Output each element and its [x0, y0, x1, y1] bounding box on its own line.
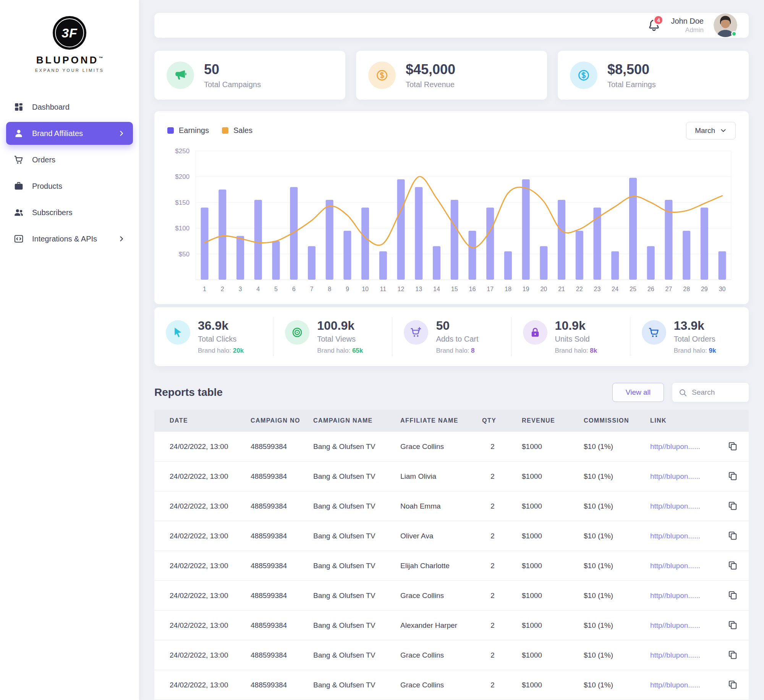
report-link[interactable]: http//blupon......	[650, 621, 700, 630]
svg-text:$150: $150	[175, 199, 189, 206]
search-box[interactable]	[672, 383, 749, 402]
month-select[interactable]: March	[686, 122, 736, 139]
notifications-button[interactable]: 4	[647, 18, 661, 32]
copy-icon	[728, 561, 738, 570]
copy-link-button[interactable]	[727, 471, 738, 482]
sidebar-item-integrations-apis[interactable]: Integrations & APIs	[6, 227, 133, 250]
legend-swatch	[222, 127, 228, 134]
svg-text:22: 22	[576, 285, 583, 292]
search-input[interactable]	[692, 388, 743, 397]
metric-label: Total Orders	[674, 335, 716, 344]
month-select-value: March	[695, 126, 715, 135]
metric-brand-halo: Brand halo: 65k	[317, 347, 363, 355]
brand-monogram: 3F	[62, 26, 78, 41]
cell-campaign-no: 488599384	[251, 562, 313, 570]
copy-icon	[728, 441, 738, 451]
stats-row: 50Total Campaigns$45,000Total Revenue$8,…	[154, 51, 749, 100]
cell-affiliate-name: Grace Collins	[400, 681, 482, 689]
user-name: John Doe	[671, 16, 704, 26]
cell-commission: $10 (1%)	[584, 591, 650, 600]
svg-text:24: 24	[612, 285, 618, 292]
brand-tagline: EXPAND YOUR LIMITS	[0, 68, 139, 73]
cell-commission: $10 (1%)	[584, 621, 650, 630]
cell-link: http//blupon......	[650, 590, 749, 601]
svg-text:$200: $200	[175, 173, 189, 180]
cell-revenue: $1000	[522, 591, 584, 600]
svg-text:4: 4	[256, 285, 260, 292]
svg-text:16: 16	[469, 285, 476, 292]
cell-campaign-name: Bang & Olufsen TV	[313, 591, 400, 600]
cell-commission: $10 (1%)	[584, 442, 650, 451]
sidebar-item-orders[interactable]: Orders	[6, 148, 133, 171]
online-status-dot	[731, 31, 737, 37]
cell-revenue: $1000	[522, 532, 584, 540]
cell-affiliate-name: Oliver Ava	[400, 532, 482, 540]
report-link[interactable]: http//blupon......	[650, 681, 700, 689]
cell-commission: $10 (1%)	[584, 532, 650, 540]
table-row: 24/02/2022, 13:00488599384Bang & Olufsen…	[154, 581, 749, 611]
reports-header: Reports table View all	[154, 383, 749, 402]
cell-campaign-no: 488599384	[251, 502, 313, 510]
sidebar-item-brand-affiliates[interactable]: Brand Affiliates	[6, 122, 133, 145]
svg-text:23: 23	[594, 285, 601, 292]
copy-link-button[interactable]	[727, 590, 738, 601]
earnings-sales-chart: $50$100$150$200$250123456789101112131415…	[167, 145, 736, 297]
cell-qty: 2	[482, 562, 522, 570]
metric-brand-halo: Brand halo: 9k	[674, 347, 716, 355]
copy-link-button[interactable]	[727, 680, 738, 690]
report-link[interactable]: http//blupon......	[650, 562, 700, 570]
report-link[interactable]: http//blupon......	[650, 532, 700, 540]
stat-value: $45,000	[406, 62, 455, 78]
chevron-right-icon	[118, 235, 125, 243]
svg-text:6: 6	[292, 285, 296, 292]
views-icon	[285, 320, 309, 345]
metric-brand-halo: Brand halo: 8k	[555, 347, 597, 355]
avatar[interactable]	[714, 13, 737, 37]
metric-value: 100.9k	[317, 319, 363, 333]
table-row: 24/02/2022, 13:00488599384Bang & Olufsen…	[154, 670, 749, 700]
legend-label: Earnings	[179, 126, 209, 135]
report-link[interactable]: http//blupon......	[650, 591, 700, 600]
metric-label: Total Views	[317, 335, 363, 344]
sidebar-item-subscribers[interactable]: Subscribers	[6, 201, 133, 224]
cell-campaign-name: Bang & Olufsen TV	[313, 562, 400, 570]
view-all-button[interactable]: View all	[612, 383, 664, 402]
metric-units-sold: 10.9kUnits SoldBrand halo: 8k	[511, 317, 630, 356]
cursor-icon	[166, 320, 190, 345]
copy-link-button[interactable]	[727, 620, 738, 631]
cell-qty: 2	[482, 502, 522, 510]
cell-link: http//blupon......	[650, 471, 749, 482]
cell-campaign-no: 488599384	[251, 472, 313, 481]
svg-text:8: 8	[328, 285, 331, 292]
report-link[interactable]: http//blupon......	[650, 502, 700, 510]
cell-commission: $10 (1%)	[584, 681, 650, 689]
svg-text:27: 27	[665, 285, 672, 292]
sidebar-item-dashboard[interactable]: Dashboard	[6, 96, 133, 118]
copy-link-button[interactable]	[727, 650, 738, 661]
cell-campaign-no: 488599384	[251, 591, 313, 600]
table-row: 24/02/2022, 13:00488599384Bang & Olufsen…	[154, 611, 749, 640]
copy-link-button[interactable]	[727, 561, 738, 571]
report-link[interactable]: http//blupon......	[650, 442, 700, 451]
copy-link-button[interactable]	[727, 531, 738, 541]
svg-text:13: 13	[415, 285, 422, 292]
report-link[interactable]: http//blupon......	[650, 651, 700, 659]
cell-campaign-no: 488599384	[251, 442, 313, 451]
table-row: 24/02/2022, 13:00488599384Bang & Olufsen…	[154, 551, 749, 581]
stat-label: Total Campaigns	[204, 80, 261, 89]
svg-text:21: 21	[558, 285, 565, 292]
report-link[interactable]: http//blupon......	[650, 472, 700, 481]
brand-halo-value: 8k	[590, 347, 597, 354]
metric-brand-halo: Brand halo: 20k	[198, 347, 244, 355]
table-header-row: DATECAMPAIGN NOCAMPAIGN NAMEAFFILIATE NA…	[154, 410, 749, 432]
table-body: 24/02/2022, 13:00488599384Bang & Olufsen…	[154, 432, 749, 700]
legend-swatch	[167, 127, 174, 134]
dollar-coin-icon	[570, 62, 597, 89]
sidebar-item-label: Orders	[32, 156, 55, 164]
copy-link-button[interactable]	[727, 501, 738, 512]
svg-text:29: 29	[701, 285, 708, 292]
cell-campaign-name: Bang & Olufsen TV	[313, 502, 400, 510]
copy-link-button[interactable]	[727, 441, 738, 452]
sidebar-item-products[interactable]: Products	[6, 175, 133, 198]
svg-text:20: 20	[540, 285, 547, 292]
